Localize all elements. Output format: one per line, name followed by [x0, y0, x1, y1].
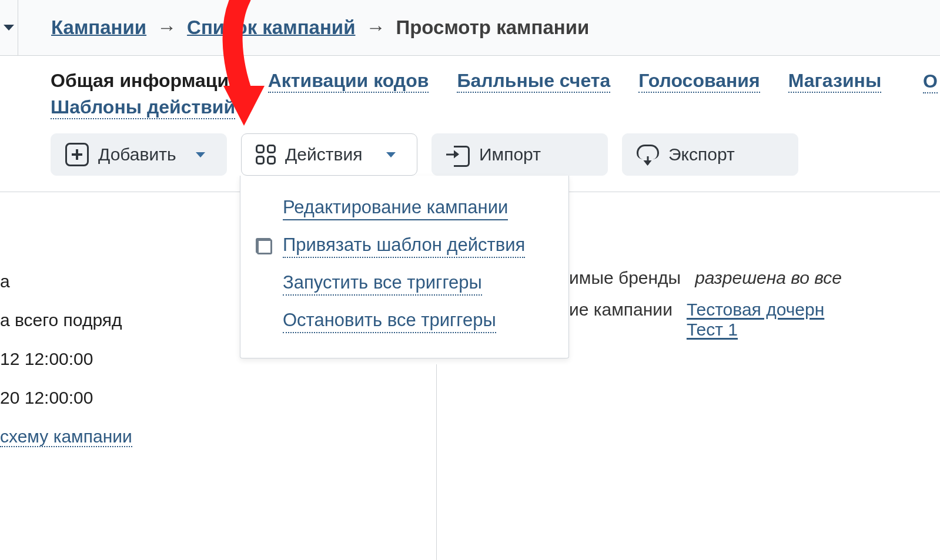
campaigns-label-fragment: ие кампании	[569, 300, 673, 320]
tab-activations[interactable]: Активации кодов	[268, 70, 429, 93]
import-icon	[446, 146, 470, 163]
export-button[interactable]: Экспорт	[622, 133, 798, 176]
copy-icon	[255, 238, 273, 254]
brands-label-fragment: имые бренды	[569, 268, 681, 288]
campaign-scheme-link[interactable]: схему кампании	[0, 427, 132, 447]
tab-votings[interactable]: Голосования	[638, 70, 760, 93]
caret-down-icon	[4, 25, 14, 31]
actions-button[interactable]: Действия	[241, 133, 417, 176]
plus-square-icon	[65, 143, 89, 166]
export-icon	[637, 145, 659, 165]
brands-value-fragment: разрешена во всe	[695, 268, 842, 288]
import-button-label: Импорт	[479, 145, 586, 165]
menu-stop-triggers[interactable]: Остановить все триггеры	[252, 303, 557, 340]
tabs: Общая информация Активации кодов Балльны…	[0, 56, 940, 119]
info-left-column: а а всего подряд 12 12:00:00 20 12:00:00…	[0, 255, 132, 463]
section-dropdown-trigger[interactable]	[0, 0, 18, 55]
breadcrumb: Кампании → Список кампаний → Просмотр ка…	[51, 16, 589, 39]
test1-link[interactable]: Тест 1	[687, 320, 738, 339]
breadcrumb-current: Просмотр кампании	[396, 16, 589, 39]
tab-action-templates[interactable]: Шаблоны действий	[51, 96, 235, 119]
breadcrumb-campaigns-link[interactable]: Кампании	[51, 16, 146, 39]
menu-bind-template[interactable]: Привязать шаблон действия	[252, 227, 557, 265]
vertical-divider	[436, 364, 437, 560]
add-button[interactable]: Добавить	[51, 133, 227, 176]
topbar: Кампании → Список кампаний → Просмотр ка…	[0, 0, 940, 56]
grid-icon	[256, 145, 276, 165]
toolbar: Добавить Действия Импорт Экспорт Редакти…	[0, 133, 940, 176]
caret-down-icon	[386, 152, 396, 157]
import-button[interactable]: Импорт	[431, 133, 608, 176]
tab-point-accounts[interactable]: Балльные счета	[457, 70, 610, 93]
tab-general-info[interactable]: Общая информация	[51, 70, 240, 93]
child-campaign-link[interactable]: Тестовая дочерн	[687, 300, 824, 319]
actions-button-label: Действия	[285, 145, 371, 165]
info-fragment-time: 20 12:00:00	[0, 385, 132, 410]
export-button-label: Экспорт	[668, 145, 777, 165]
menu-start-triggers[interactable]: Запустить все триггеры	[252, 265, 557, 303]
actions-dropdown-menu: Редактирование кампании Привязать шаблон…	[240, 176, 569, 358]
info-fragment: а всего подряд	[0, 308, 132, 333]
tab-cut-right[interactable]: О	[923, 71, 938, 93]
breadcrumb-arrow-icon: →	[366, 16, 385, 39]
info-fragment: а	[0, 269, 132, 294]
info-right-column: имые бренды разрешена во всe ие кампании…	[569, 268, 842, 351]
tab-stores[interactable]: Магазины	[788, 70, 882, 93]
caret-down-icon	[196, 152, 205, 157]
breadcrumb-list-link[interactable]: Список кампаний	[187, 16, 355, 39]
info-fragment-time: 12 12:00:00	[0, 347, 132, 371]
add-button-label: Добавить	[98, 145, 180, 165]
menu-edit-campaign[interactable]: Редактирование кампании	[252, 190, 557, 227]
breadcrumb-arrow-icon: →	[157, 16, 176, 39]
